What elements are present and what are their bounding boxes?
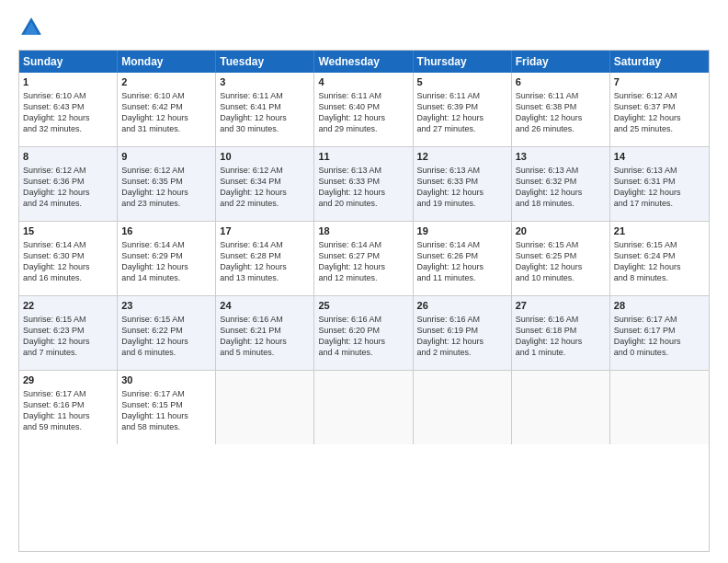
day-number: 11 [318, 150, 408, 164]
day-number: 21 [614, 224, 705, 238]
cell-info-line: Sunset: 6:16 PM [23, 399, 113, 410]
cell-info-line: Sunrise: 6:11 AM [220, 90, 310, 101]
day-number: 5 [417, 75, 507, 89]
day-number: 7 [614, 75, 705, 89]
cell-info-line: Daylight: 12 hours [121, 187, 211, 198]
calendar-row-4: 22Sunrise: 6:15 AMSunset: 6:23 PMDayligh… [19, 296, 709, 371]
cell-info-line: Sunset: 6:24 PM [614, 250, 705, 261]
cell-info-line: and 26 minutes. [516, 123, 606, 134]
cell-info-line: and 22 minutes. [220, 198, 310, 209]
calendar-body: 1Sunrise: 6:10 AMSunset: 6:43 PMDaylight… [19, 73, 709, 444]
calendar-cell-r1-c7: 7Sunrise: 6:12 AMSunset: 6:37 PMDaylight… [610, 73, 709, 146]
calendar-row-1: 1Sunrise: 6:10 AMSunset: 6:43 PMDaylight… [19, 73, 709, 147]
cell-info-line: Daylight: 12 hours [318, 112, 408, 123]
cell-info-line: and 1 minute. [516, 347, 606, 358]
calendar-cell-r4-c5: 26Sunrise: 6:16 AMSunset: 6:19 PMDayligh… [414, 296, 512, 370]
calendar-cell-r1-c4: 4Sunrise: 6:11 AMSunset: 6:40 PMDaylight… [314, 73, 413, 146]
cell-info-line: Sunset: 6:35 PM [121, 176, 211, 187]
cell-info-line: Sunset: 6:28 PM [220, 250, 310, 261]
calendar-cell-r3-c3: 17Sunrise: 6:14 AMSunset: 6:28 PMDayligh… [216, 222, 314, 295]
cell-info-line: and 16 minutes. [23, 272, 113, 283]
cell-info-line: Sunrise: 6:12 AM [614, 90, 705, 101]
cell-info-line: and 4 minutes. [318, 347, 408, 358]
calendar-cell-r2-c6: 13Sunrise: 6:13 AMSunset: 6:32 PMDayligh… [512, 147, 610, 221]
cell-info-line: Daylight: 12 hours [516, 112, 606, 123]
cell-info-line: Daylight: 12 hours [516, 261, 606, 272]
cell-info-line: Daylight: 12 hours [121, 112, 211, 123]
cell-info-line: Daylight: 12 hours [417, 187, 507, 198]
cell-info-line: and 29 minutes. [318, 123, 408, 134]
calendar-cell-r4-c1: 22Sunrise: 6:15 AMSunset: 6:23 PMDayligh… [19, 296, 118, 370]
cell-info-line: Sunset: 6:18 PM [516, 325, 606, 336]
cell-info-line: Sunrise: 6:14 AM [220, 239, 310, 250]
cell-info-line: Sunset: 6:36 PM [23, 176, 113, 187]
cell-info-line: Daylight: 12 hours [121, 336, 211, 347]
cell-info-line: Sunset: 6:22 PM [121, 325, 211, 336]
cell-info-line: Sunrise: 6:14 AM [23, 239, 113, 250]
calendar-cell-r4-c6: 27Sunrise: 6:16 AMSunset: 6:18 PMDayligh… [512, 296, 610, 370]
day-number: 17 [220, 224, 310, 238]
cell-info-line: Daylight: 12 hours [220, 336, 310, 347]
header-tuesday: Tuesday [216, 51, 314, 73]
cell-info-line: Daylight: 12 hours [614, 112, 705, 123]
cell-info-line: Sunset: 6:25 PM [516, 250, 606, 261]
calendar-cell-r5-c6 [512, 371, 610, 444]
cell-info-line: Daylight: 11 hours [23, 410, 113, 421]
cell-info-line: Daylight: 12 hours [417, 261, 507, 272]
cell-info-line: Sunset: 6:31 PM [614, 176, 705, 187]
cell-info-line: Sunrise: 6:15 AM [121, 314, 211, 325]
calendar-cell-r2-c1: 8Sunrise: 6:12 AMSunset: 6:36 PMDaylight… [19, 147, 118, 221]
cell-info-line: and 10 minutes. [516, 272, 606, 283]
cell-info-line: Sunrise: 6:11 AM [318, 90, 408, 101]
calendar-cell-r4-c2: 23Sunrise: 6:15 AMSunset: 6:22 PMDayligh… [118, 296, 216, 370]
cell-info-line: Daylight: 12 hours [614, 336, 705, 347]
day-number: 28 [614, 299, 705, 313]
cell-info-line: and 18 minutes. [516, 198, 606, 209]
day-number: 1 [23, 75, 113, 89]
calendar-cell-r1-c1: 1Sunrise: 6:10 AMSunset: 6:43 PMDaylight… [19, 73, 118, 146]
cell-info-line: Sunset: 6:20 PM [318, 325, 408, 336]
day-number: 8 [23, 150, 113, 164]
cell-info-line: Sunrise: 6:14 AM [121, 239, 211, 250]
header [18, 15, 710, 40]
calendar-cell-r1-c3: 3Sunrise: 6:11 AMSunset: 6:41 PMDaylight… [216, 73, 314, 146]
day-number: 13 [516, 150, 606, 164]
day-number: 25 [318, 299, 408, 313]
day-number: 26 [417, 299, 507, 313]
calendar-cell-r3-c5: 19Sunrise: 6:14 AMSunset: 6:26 PMDayligh… [414, 222, 512, 295]
header-wednesday: Wednesday [314, 51, 413, 73]
calendar-cell-r2-c3: 10Sunrise: 6:12 AMSunset: 6:34 PMDayligh… [216, 147, 314, 221]
day-number: 3 [220, 75, 310, 89]
cell-info-line: and 58 minutes. [121, 421, 211, 432]
cell-info-line: Daylight: 12 hours [23, 261, 113, 272]
cell-info-line: Sunrise: 6:13 AM [614, 165, 705, 176]
calendar-header: Sunday Monday Tuesday Wednesday Thursday… [19, 51, 709, 73]
calendar-cell-r5-c2: 30Sunrise: 6:17 AMSunset: 6:15 PMDayligh… [118, 371, 216, 444]
cell-info-line: Sunset: 6:15 PM [121, 399, 211, 410]
cell-info-line: Sunrise: 6:14 AM [318, 239, 408, 250]
cell-info-line: and 2 minutes. [417, 347, 507, 358]
calendar-cell-r1-c2: 2Sunrise: 6:10 AMSunset: 6:42 PMDaylight… [118, 73, 216, 146]
day-number: 20 [516, 224, 606, 238]
cell-info-line: Daylight: 12 hours [417, 336, 507, 347]
cell-info-line: Daylight: 12 hours [614, 261, 705, 272]
cell-info-line: Sunset: 6:32 PM [516, 176, 606, 187]
cell-info-line: Sunset: 6:17 PM [614, 325, 705, 336]
day-number: 16 [121, 224, 211, 238]
cell-info-line: Daylight: 12 hours [23, 187, 113, 198]
cell-info-line: Sunrise: 6:13 AM [516, 165, 606, 176]
cell-info-line: Sunrise: 6:11 AM [516, 90, 606, 101]
logo [18, 15, 48, 40]
cell-info-line: Sunset: 6:41 PM [220, 101, 310, 112]
cell-info-line: Sunset: 6:34 PM [220, 176, 310, 187]
cell-info-line: and 24 minutes. [23, 198, 113, 209]
cell-info-line: and 59 minutes. [23, 421, 113, 432]
day-number: 2 [121, 75, 211, 89]
logo-icon [18, 15, 44, 40]
calendar-cell-r1-c5: 5Sunrise: 6:11 AMSunset: 6:39 PMDaylight… [414, 73, 512, 146]
calendar-cell-r2-c7: 14Sunrise: 6:13 AMSunset: 6:31 PMDayligh… [610, 147, 709, 221]
calendar-row-5: 29Sunrise: 6:17 AMSunset: 6:16 PMDayligh… [19, 371, 709, 444]
cell-info-line: Sunset: 6:33 PM [417, 176, 507, 187]
cell-info-line: Sunrise: 6:12 AM [220, 165, 310, 176]
header-monday: Monday [118, 51, 216, 73]
